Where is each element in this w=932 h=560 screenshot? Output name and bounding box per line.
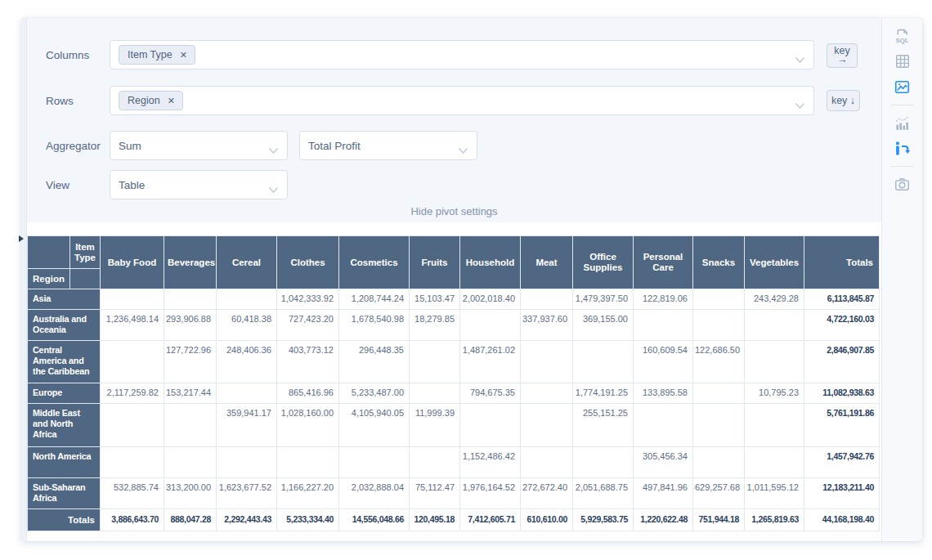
visualization-toolbar: SQL (881, 18, 922, 541)
col-header: Personal Care (634, 236, 693, 289)
col-total-cell: 888,047.28 (164, 509, 217, 531)
blank-header-cell (70, 269, 101, 289)
view-select[interactable]: Table (110, 170, 288, 199)
value-cell: 369,155.00 (573, 310, 634, 341)
row-header: Sub-Saharan Africa (28, 478, 101, 509)
key-button-text: key ↓ (831, 95, 855, 106)
value-cell (101, 404, 164, 447)
value-cell: 359,941.17 (217, 404, 277, 447)
row-total-cell: 11,082,938.63 (804, 383, 880, 404)
col-total-cell: 5,233,334.40 (277, 509, 339, 531)
row-header: Central America and the Caribbean (28, 341, 101, 383)
table-tab-button[interactable] (892, 51, 913, 72)
value-cell (693, 383, 745, 404)
row-total-cell: 4,722,160.03 (804, 310, 880, 341)
col-header: Cereal (217, 236, 277, 289)
aggregator-value: Sum (119, 140, 141, 152)
sql-tab-button[interactable]: SQL (892, 25, 913, 47)
col-header: Meat (521, 236, 573, 289)
svg-text:SQL: SQL (895, 37, 908, 44)
value-cell: 865,416.96 (277, 383, 339, 404)
columns-label: Columns (46, 49, 89, 61)
value-cell: 75,112.47 (410, 478, 460, 509)
row-header: Australia and Oceania (28, 310, 101, 341)
chevron-down-icon (795, 52, 805, 67)
row-total-cell: 1,457,942.76 (804, 447, 880, 478)
col-header: Fruits (410, 236, 460, 289)
pane-collapse-arrow-icon[interactable] (19, 235, 24, 242)
aggregator-argument-select[interactable]: Total Profit (299, 131, 477, 160)
value-cell: 296,448.35 (339, 341, 410, 383)
value-cell: 1,236,498.14 (101, 310, 164, 341)
col-total-cell: 120,495.18 (410, 509, 460, 531)
value-cell (521, 341, 573, 383)
value-cell (745, 404, 804, 447)
value-cell: 403,773.12 (277, 341, 339, 383)
chart-type-button[interactable] (892, 112, 913, 133)
row-total-cell: 2,846,907.85 (804, 341, 880, 383)
chevron-down-icon (458, 143, 468, 158)
value-cell: 727,423.20 (277, 310, 339, 341)
key-to-rows-button[interactable]: key ↓ (827, 90, 860, 111)
columns-tag-label: Item Type (128, 49, 173, 60)
col-total-cell: 7,412,605.71 (460, 509, 521, 531)
value-cell (521, 447, 573, 478)
remove-tag-icon[interactable]: ✕ (180, 51, 187, 60)
columns-select[interactable]: Item Type ✕ (110, 40, 814, 69)
hide-pivot-settings-link[interactable]: Hide pivot settings (27, 205, 881, 217)
value-cell: 293,906.88 (164, 310, 217, 341)
value-cell: 5,233,487.00 (339, 383, 410, 404)
col-total-cell: 610,610.00 (521, 509, 573, 531)
aggregator-select[interactable]: Sum (110, 131, 288, 160)
value-cell (217, 289, 277, 310)
value-cell: 4,105,940.05 (339, 404, 410, 447)
value-cell: 1,774,191.25 (573, 383, 634, 404)
chart-tab-button[interactable] (892, 76, 913, 97)
value-cell (164, 289, 217, 310)
chevron-down-icon (268, 182, 279, 197)
col-header: Beverages (164, 236, 217, 289)
col-header: Office Supplies (573, 236, 634, 289)
row-total-cell: 6,113,845.87 (804, 289, 880, 310)
value-cell: 2,117,259.82 (101, 383, 164, 404)
value-cell (217, 447, 277, 478)
value-cell: 532,885.74 (101, 478, 164, 509)
export-image-button[interactable] (892, 173, 913, 195)
value-cell (693, 289, 745, 310)
col-total-cell: 2,292,443.43 (217, 509, 277, 531)
value-cell: 337,937.60 (521, 310, 573, 341)
value-cell: 248,406.36 (217, 341, 277, 383)
rows-tag: Region ✕ (119, 91, 183, 110)
value-cell: 127,722.96 (164, 341, 217, 383)
col-total-cell: 1,265,819.63 (745, 509, 804, 531)
col-attr-label: Item Type (70, 236, 101, 269)
value-cell (460, 404, 521, 447)
col-header: Baby Food (101, 236, 164, 289)
pivot-results-area: Item TypeBaby FoodBeveragesCerealClothes… (27, 222, 881, 541)
row-header: Asia (28, 289, 101, 310)
camera-icon (894, 176, 911, 193)
pivot-button[interactable] (892, 137, 913, 159)
pane-resize-gutter[interactable] (21, 18, 27, 541)
rows-select[interactable]: Region ✕ (110, 86, 814, 115)
pivot-table-body: Asia1,042,333.921,208,744.2415,103.472,0… (28, 289, 880, 531)
corner-cell (28, 236, 70, 269)
value-cell (745, 341, 804, 383)
value-cell (521, 289, 573, 310)
value-cell: 1,976,164.52 (460, 478, 521, 509)
col-header: Household (460, 236, 521, 289)
value-cell: 122,686.50 (693, 341, 745, 383)
row-total-cell: 5,761,191.86 (804, 404, 880, 447)
view-value: Table (119, 179, 145, 191)
value-cell (745, 310, 804, 341)
rows-tag-label: Region (128, 95, 160, 106)
remove-tag-icon[interactable]: ✕ (168, 96, 175, 105)
value-cell: 1,623,677.52 (217, 478, 277, 509)
col-header: Cosmetics (339, 236, 410, 289)
rows-label: Rows (46, 95, 74, 107)
row-header: North America (28, 447, 101, 478)
key-to-columns-button[interactable]: key → (827, 43, 858, 68)
toolbar-divider (891, 166, 914, 167)
toolbar-divider (891, 105, 914, 105)
value-cell: 313,200.00 (164, 478, 217, 509)
